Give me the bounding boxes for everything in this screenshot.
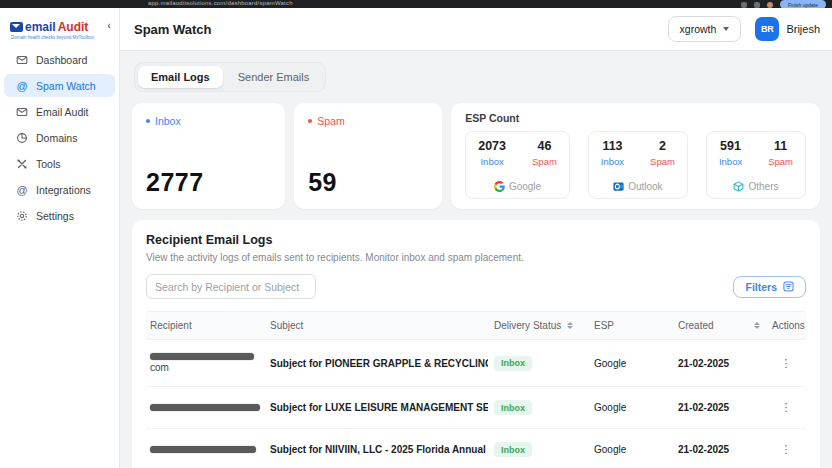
recipient-suffix: com <box>150 362 258 373</box>
created-cell: 21-02-2025 <box>672 340 766 387</box>
col-subject: Subject <box>264 312 488 340</box>
col-esp: ESP <box>588 312 672 340</box>
col-delivery-status[interactable]: Delivery Status <box>488 312 588 340</box>
created-cell: 21-02-2025 <box>672 387 766 429</box>
logo-text-audit: Audit <box>58 20 89 34</box>
redacted-recipient-email <box>150 404 260 411</box>
col-created[interactable]: Created <box>672 312 766 340</box>
provider-name: Others <box>748 181 778 192</box>
subject-cell: Subject for PIONEER GRAPPLE & RECYCLING … <box>264 340 488 387</box>
browser-url-bar[interactable]: app.mailauditsolutions.com/dashboard/spa… <box>148 0 293 6</box>
logs-title: Recipient Email Logs <box>146 233 806 247</box>
subject-cell: Subject for LUXE LEISURE MANAGEMENT SERV… <box>264 387 488 429</box>
filters-label: Filters <box>745 281 777 293</box>
esp-cell: Google <box>588 429 672 468</box>
esp-count-card: ESP Count 2073 Inbox 46 Spam <box>451 103 820 209</box>
outlook-spam-count: 2 <box>650 139 675 153</box>
status-badge: Inbox <box>494 442 532 457</box>
sidebar: emailAudit ‹ Domain health checks beyond… <box>0 8 120 468</box>
gear-icon <box>16 210 28 222</box>
sidebar-item-tools[interactable]: Tools <box>4 152 115 175</box>
subject-cell: Subject for NIIVIIN, LLC - 2025 Florida … <box>264 429 488 468</box>
logo-text-email: email <box>25 20 56 34</box>
inbox-stat-label: Inbox <box>146 115 271 127</box>
user-name: Brijesh <box>786 23 820 35</box>
browser-profile-avatar[interactable] <box>767 2 773 8</box>
outlook-icon <box>613 181 624 192</box>
user-menu[interactable]: BR Brijesh <box>755 17 820 41</box>
redacted-recipient-email <box>150 353 254 360</box>
table-row[interactable]: Subject for LUXE LEISURE MANAGEMENT SERV… <box>146 387 806 429</box>
content-area: Email Logs Sender Emails Inbox 2777 Spam… <box>120 51 832 468</box>
page-title: Spam Watch <box>134 22 212 37</box>
others-spam-count: 11 <box>768 139 793 153</box>
sidebar-item-spam-watch[interactable]: @ Spam Watch <box>4 74 115 97</box>
envelope-icon <box>16 106 28 118</box>
sidebar-collapse-icon[interactable]: ‹ <box>107 20 111 30</box>
esp-cell: Google <box>588 340 672 387</box>
browser-update-button[interactable]: Finish update <box>780 0 826 8</box>
status-badge: Inbox <box>494 356 532 371</box>
box-icon <box>733 181 744 192</box>
at-icon: @ <box>16 80 28 92</box>
esp-others-card: 591 Inbox 11 Spam Others <box>706 131 806 199</box>
table-row[interactable]: com Subject for PIONEER GRAPPLE & RECYCL… <box>146 340 806 387</box>
downloads-icon[interactable] <box>754 2 760 8</box>
status-badge: Inbox <box>494 400 532 415</box>
avatar: BR <box>755 17 779 41</box>
at-icon: @ <box>16 184 28 196</box>
row-actions-menu-icon[interactable]: ⋮ <box>781 357 792 369</box>
search-input[interactable] <box>146 274 316 299</box>
table-row[interactable]: Subject for NIIVIIN, LLC - 2025 Florida … <box>146 429 806 468</box>
spam-stat-label: Spam <box>308 115 428 127</box>
spam-label: Spam <box>532 156 557 167</box>
row-actions-menu-icon[interactable]: ⋮ <box>781 401 792 413</box>
logs-subtitle: View the activity logs of emails sent to… <box>146 252 806 263</box>
inbox-label: Inbox <box>601 156 624 167</box>
tools-icon <box>16 158 28 170</box>
app-logo[interactable]: emailAudit <box>10 20 88 34</box>
spam-label: Spam <box>650 156 675 167</box>
created-cell: 21-02-2025 <box>672 429 766 468</box>
provider-name: Google <box>509 181 541 192</box>
chevron-down-icon <box>723 27 729 31</box>
page-header: Spam Watch xgrowth BR Brijesh <box>120 8 832 51</box>
sidebar-item-label: Settings <box>36 210 74 222</box>
sidebar-item-label: Integrations <box>36 184 91 196</box>
esp-count-title: ESP Count <box>465 112 806 124</box>
tab-group: Email Logs Sender Emails <box>134 62 326 92</box>
spam-stat-value: 59 <box>308 168 428 197</box>
sort-icon[interactable] <box>567 322 573 329</box>
col-recipient: Recipient <box>146 312 264 340</box>
google-inbox-count: 2073 <box>478 139 506 153</box>
sidebar-item-email-audit[interactable]: Email Audit <box>4 100 115 123</box>
row-actions-menu-icon[interactable]: ⋮ <box>781 443 792 455</box>
sidebar-item-integrations[interactable]: @ Integrations <box>4 178 115 201</box>
inbox-label: Inbox <box>478 156 506 167</box>
col-actions: Actions <box>766 312 806 340</box>
logo-envelope-icon <box>10 22 23 32</box>
tab-sender-emails[interactable]: Sender Emails <box>225 66 323 88</box>
filters-button[interactable]: Filters <box>733 276 806 298</box>
tab-email-logs[interactable]: Email Logs <box>138 66 223 88</box>
sidebar-item-label: Domains <box>36 132 77 144</box>
spam-label: Spam <box>768 156 793 167</box>
envelope-icon <box>16 54 28 66</box>
workspace-dropdown[interactable]: xgrowth <box>668 16 742 42</box>
sidebar-item-domains[interactable]: Domains <box>4 126 115 149</box>
inbox-label: Inbox <box>719 156 742 167</box>
inbox-stat-value: 2777 <box>146 168 271 197</box>
sidebar-item-dashboard[interactable]: Dashboard <box>4 48 115 71</box>
sidebar-item-label: Tools <box>36 158 61 170</box>
provider-name: Outlook <box>628 181 662 192</box>
sidebar-item-label: Email Audit <box>36 106 89 118</box>
sidebar-item-settings[interactable]: Settings <box>4 204 115 227</box>
workspace-name: xgrowth <box>680 23 717 35</box>
logo-tagline: Domain health checks beyond MxToolbox <box>0 35 119 40</box>
spam-stat-card: Spam 59 <box>294 103 442 209</box>
sidebar-item-label: Spam Watch <box>36 80 96 92</box>
filter-icon <box>783 281 794 292</box>
extensions-icon[interactable] <box>741 2 747 8</box>
sort-icon[interactable] <box>754 322 760 329</box>
recipient-email-logs-card: Recipient Email Logs View the activity l… <box>132 220 820 468</box>
